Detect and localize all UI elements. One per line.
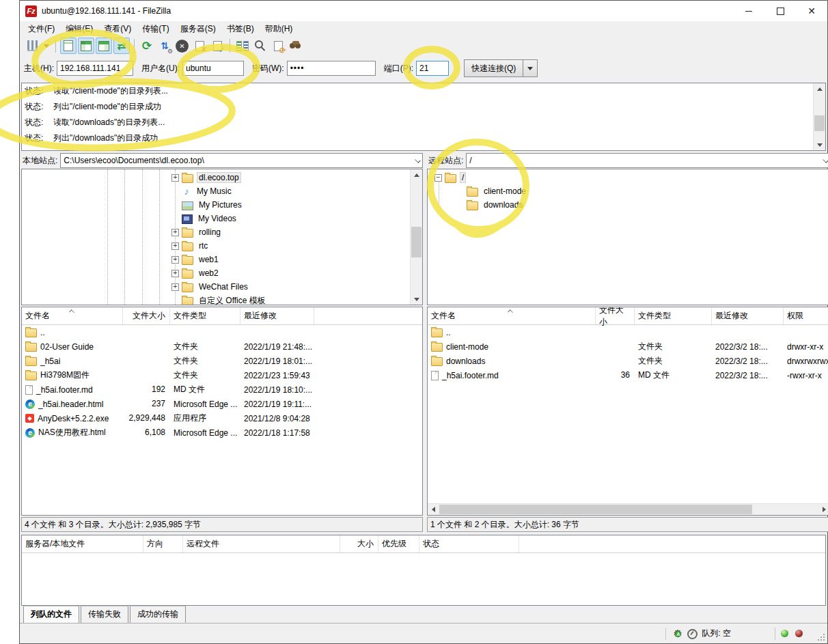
scroll-down-arrow-icon[interactable] [411, 294, 422, 305]
tree-expander[interactable] [171, 229, 179, 236]
file-row[interactable]: _h5ai.header.html 237 Microsoft Edge ...… [22, 397, 422, 411]
column-header-filesize[interactable]: 文件大小 [596, 307, 635, 324]
column-header-server-local-file[interactable]: 服务器/本地文件 [22, 535, 143, 552]
filename-filters-icon[interactable] [252, 38, 268, 54]
message-log-scrollbar[interactable] [813, 83, 825, 150]
tree-item[interactable]: rtc [22, 239, 422, 253]
tab-successful-transfers[interactable]: 成功的传输 [130, 606, 186, 624]
file-row[interactable]: .. [428, 325, 828, 339]
synchronized-browsing-icon[interactable] [270, 38, 286, 54]
tree-item-label[interactable]: WeChat Files [197, 281, 250, 292]
minimize-button[interactable] [733, 1, 764, 21]
menu-item[interactable]: 书签(B) [221, 22, 260, 36]
file-row[interactable]: 02-User Guide 文件夹 2022/1/19 21:48:... [22, 339, 422, 354]
tree-item-label[interactable]: client-mode [482, 186, 528, 197]
scrollbar-thumb[interactable] [411, 227, 422, 257]
chevron-down-icon[interactable] [823, 157, 828, 163]
column-header-filetype[interactable]: 文件类型 [635, 307, 712, 324]
file-row[interactable]: Hi3798M固件 文件夹 2022/1/23 1:59:43 [22, 368, 422, 382]
scrollbar-thumb[interactable] [439, 505, 752, 514]
toolbar-separator[interactable] [55, 39, 56, 53]
process-queue-icon[interactable] [156, 38, 173, 54]
tree-expander[interactable] [456, 201, 464, 209]
tree-expander[interactable] [171, 188, 179, 195]
tree-expander[interactable] [171, 283, 179, 291]
host-input[interactable]: 192.168.111.141 [57, 61, 133, 76]
file-row[interactable]: client-mode 文件夹 2022/3/2 18:... drwxr-xr… [428, 339, 828, 354]
maximize-button[interactable] [764, 1, 796, 21]
toggle-remote-tree-icon[interactable] [96, 38, 112, 54]
site-manager-dropdown-icon[interactable] [42, 38, 51, 54]
local-site-path-combo[interactable]: C:\Users\ecoo\Documents\dl.ecoo.top\ [60, 153, 423, 168]
tree-item[interactable]: rolling [22, 225, 422, 239]
port-input[interactable]: 21 [416, 61, 449, 76]
tree-item[interactable]: downloads [428, 198, 828, 212]
remote-list-horizontal-scrollbar[interactable] [428, 503, 828, 515]
scrollbar-thumb[interactable] [814, 115, 825, 131]
reconnect-icon[interactable] [209, 38, 225, 54]
tree-item[interactable]: WeChat Files [22, 280, 422, 294]
disconnect-icon[interactable] [191, 38, 208, 54]
tree-expander[interactable] [434, 174, 442, 182]
site-manager-icon[interactable] [24, 38, 40, 54]
file-row[interactable]: _h5ai.footer.md 192 MD 文件 2022/1/19 18:1… [22, 382, 422, 397]
scroll-down-arrow-icon[interactable] [814, 139, 825, 150]
file-row[interactable]: .. [22, 325, 422, 339]
toolbar-separator[interactable] [134, 39, 135, 53]
tree-expander[interactable] [171, 256, 179, 264]
file-row[interactable]: AnyDesk+5.2.2.exe 2,929,448 应用程序 2021/12… [22, 411, 422, 425]
column-header-priority[interactable]: 优先级 [378, 535, 419, 552]
toggle-local-tree-icon[interactable] [78, 38, 94, 54]
username-input[interactable]: ubuntu [182, 61, 244, 76]
speed-limit-gauge-icon[interactable] [687, 628, 698, 639]
menu-item[interactable]: 文件(F) [23, 22, 60, 36]
local-tree-scrollbar[interactable] [410, 169, 422, 305]
auto-transfer-mode-gear-icon[interactable] [672, 628, 684, 640]
tree-expander[interactable] [171, 297, 179, 305]
directory-comparison-icon[interactable] [234, 38, 251, 54]
tree-item-label[interactable]: 自定义 Office 模板 [197, 294, 268, 306]
tab-failed-transfers[interactable]: 传输失败 [81, 606, 128, 624]
column-header-modified[interactable]: 最近修改 [712, 307, 784, 324]
file-row[interactable]: NAS使用教程.html 6,108 Microsoft Edge ... 20… [22, 425, 422, 440]
tree-item-label[interactable]: web2 [197, 268, 221, 279]
menu-item[interactable]: 帮助(H) [260, 22, 299, 36]
menu-item[interactable]: 服务器(S) [175, 22, 221, 36]
column-header-modified[interactable]: 最近修改 [240, 307, 314, 324]
scroll-right-arrow-icon[interactable] [819, 504, 828, 515]
resize-grip[interactable] [817, 633, 825, 641]
tree-expander[interactable] [171, 215, 179, 223]
tree-item[interactable]: web2 [22, 266, 422, 280]
column-header-filesize[interactable]: 文件大小 [123, 307, 170, 324]
chevron-down-icon[interactable] [415, 157, 420, 163]
tree-item-label[interactable]: My Videos [196, 213, 238, 224]
remote-site-path-combo[interactable]: / [466, 153, 828, 168]
close-button[interactable]: ✕ [796, 1, 827, 21]
tree-item-label[interactable]: rolling [197, 227, 223, 238]
tree-item[interactable]: / [428, 171, 828, 184]
tree-item-label[interactable]: My Music [195, 186, 234, 197]
tree-expander[interactable] [456, 188, 464, 195]
tree-item[interactable]: dl.ecoo.top [22, 171, 422, 184]
column-header-direction[interactable]: 方向 [143, 535, 183, 552]
toggle-message-log-icon[interactable] [60, 38, 77, 54]
quickconnect-dropdown-button[interactable] [523, 59, 538, 77]
menu-item[interactable]: 编辑(E) [60, 22, 98, 36]
column-header-status[interactable]: 状态 [419, 535, 519, 552]
tree-item[interactable]: client-mode [428, 184, 828, 198]
toggle-transfer-queue-icon[interactable] [113, 38, 130, 54]
file-row[interactable]: downloads 文件夹 2022/3/2 18:... drwxrwxrwx [428, 354, 828, 368]
column-header-remote-file[interactable]: 远程文件 [183, 535, 340, 552]
tree-item-label[interactable]: dl.ecoo.top [197, 172, 241, 183]
tree-expander[interactable] [171, 270, 179, 277]
tree-item[interactable]: 自定义 Office 模板 [22, 294, 422, 305]
tree-item[interactable]: web1 [22, 253, 422, 266]
tree-item[interactable]: My Videos [22, 212, 422, 225]
cancel-operation-icon[interactable] [176, 40, 189, 53]
menu-item[interactable]: 查看(V) [98, 22, 137, 36]
tree-item[interactable]: My Pictures [22, 198, 422, 212]
tree-item-label[interactable]: rtc [197, 240, 210, 251]
tree-item-label[interactable]: My Pictures [197, 199, 244, 210]
menu-item[interactable]: 传输(T) [137, 22, 174, 36]
scroll-left-arrow-icon[interactable] [428, 504, 439, 515]
